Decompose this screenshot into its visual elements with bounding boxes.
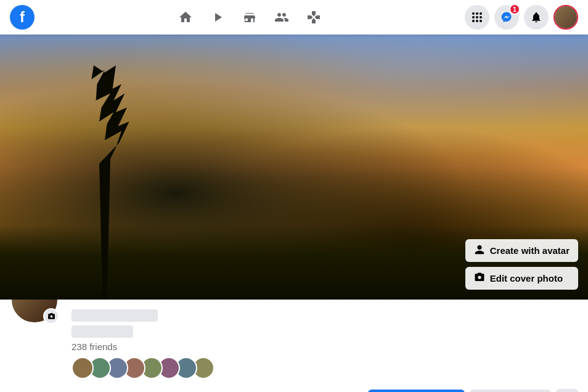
friends-count: 238 friends xyxy=(71,341,578,352)
nav-home-button[interactable] xyxy=(171,2,200,32)
svg-point-0 xyxy=(472,12,475,15)
menu-button[interactable] xyxy=(465,5,489,30)
nav-groups-button[interactable] xyxy=(267,2,296,32)
svg-point-4 xyxy=(476,16,478,18)
bell-icon xyxy=(530,11,542,23)
friends-row xyxy=(71,357,578,379)
svg-point-2 xyxy=(480,12,482,15)
edit-cover-photo-button[interactable]: Edit cover photo xyxy=(465,267,578,290)
avatar-icon xyxy=(474,244,485,257)
grid-icon xyxy=(471,11,483,23)
create-with-avatar-button[interactable]: Create with avatar xyxy=(465,239,578,262)
edit-cover-photo-label: Edit cover photo xyxy=(490,273,563,284)
marketplace-icon xyxy=(242,10,257,25)
friend-avatar xyxy=(71,357,94,379)
edit-profile-button[interactable]: Edit profile xyxy=(470,390,551,392)
nav-left: f xyxy=(10,5,35,30)
camera-icon xyxy=(47,312,55,321)
svg-point-8 xyxy=(480,20,482,22)
svg-point-1 xyxy=(476,12,478,15)
svg-point-5 xyxy=(480,16,482,18)
messenger-badge: 1 xyxy=(509,4,520,15)
create-with-avatar-label: Create with avatar xyxy=(490,245,570,256)
nav-profile-avatar[interactable] xyxy=(553,5,578,30)
cover-buttons: Create with avatar Edit cover photo xyxy=(465,239,578,290)
cover-photo-overlay xyxy=(0,35,588,194)
notifications-button[interactable] xyxy=(524,5,549,30)
home-icon xyxy=(178,10,193,25)
svg-point-6 xyxy=(472,20,475,22)
profile-actions: + Add to story Edit profile xyxy=(10,389,578,392)
add-to-story-button[interactable]: + Add to story xyxy=(368,390,465,393)
cover-photo-container: Create with avatar Edit cover photo xyxy=(0,35,588,300)
messenger-button[interactable]: 1 xyxy=(494,5,519,30)
profile-name-block xyxy=(71,309,578,338)
svg-point-3 xyxy=(472,16,475,18)
more-options-button[interactable] xyxy=(556,389,578,392)
avatar-camera-button[interactable] xyxy=(43,308,59,324)
svg-point-7 xyxy=(476,20,478,22)
profile-name-placeholder xyxy=(71,309,158,322)
profile-info: 238 friends xyxy=(71,300,578,379)
profile-name-placeholder2 xyxy=(71,325,133,338)
nav-right: 1 xyxy=(465,5,578,30)
navbar: f xyxy=(0,0,588,35)
gaming-icon xyxy=(306,10,321,25)
nav-marketplace-button[interactable] xyxy=(235,2,264,32)
profile-section: 238 friends + Add to story xyxy=(0,300,588,392)
camera-cover-icon xyxy=(474,272,485,285)
watch-icon xyxy=(210,10,225,25)
facebook-logo: f xyxy=(10,5,35,30)
nav-watch-button[interactable] xyxy=(203,2,232,32)
groups-icon xyxy=(274,10,289,25)
main-content: Create with avatar Edit cover photo xyxy=(0,35,588,392)
nav-gaming-button[interactable] xyxy=(299,2,329,32)
nav-center xyxy=(35,2,465,32)
